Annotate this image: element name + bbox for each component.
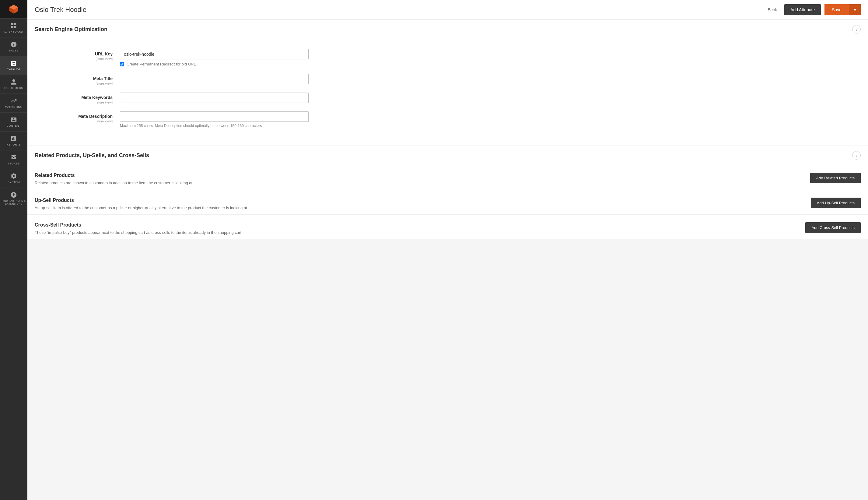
content-area: Search Engine Optimization ⇧ URL Key [st… [27, 20, 868, 500]
meta-keywords-input[interactable] [120, 93, 309, 103]
sidebar-item-system-label: SYSTEM [8, 181, 20, 184]
upsell-products-title: Up-Sell Products [35, 197, 248, 203]
crosssell-products-title: Cross-Sell Products [35, 222, 243, 228]
add-upsell-products-button[interactable]: Add Up-Sell Products [811, 197, 861, 208]
svg-rect-0 [11, 23, 13, 25]
logo [0, 0, 27, 18]
url-key-sublabel: [store view] [35, 57, 113, 60]
sidebar-item-reports[interactable]: REPORTS [0, 131, 27, 150]
meta-title-input[interactable] [120, 74, 309, 84]
sidebar-item-catalog-label: CATALOG [7, 68, 20, 71]
seo-collapse-button[interactable]: ⇧ [852, 25, 861, 34]
meta-description-label-group: Meta Description [store view] [35, 112, 120, 123]
svg-rect-1 [14, 23, 16, 25]
upsell-products-text: Up-Sell Products An up-sell item is offe… [35, 197, 248, 211]
meta-description-label: Meta Description [35, 114, 113, 119]
upsell-products-desc: An up-sell item is offered to the custom… [35, 205, 248, 211]
related-products-desc: Related products are shown to customers … [35, 180, 194, 186]
seo-panel-header: Search Engine Optimization ⇧ [27, 20, 868, 39]
sidebar-item-stores[interactable]: STORES [0, 150, 27, 169]
sidebar: DASHBOARD SALES CATALOG CUSTOMERS MARKET… [0, 0, 27, 500]
sidebar-item-stores-label: STORES [8, 162, 20, 165]
save-dropdown-button[interactable]: ▼ [849, 4, 861, 15]
chevron-up-icon-2: ⇧ [855, 153, 858, 158]
meta-keywords-row: Meta Keywords [store view] [35, 93, 861, 104]
meta-title-field [120, 74, 309, 84]
sidebar-item-marketing-label: MARKETING [5, 105, 23, 109]
sidebar-item-content-label: CONTENT [7, 124, 21, 128]
sidebar-item-dashboard[interactable]: DASHBOARD [0, 18, 27, 37]
url-key-label-group: URL Key [store view] [35, 49, 120, 60]
url-key-input[interactable] [120, 49, 309, 59]
back-arrow-icon: ← [762, 7, 766, 12]
save-button[interactable]: Save [824, 4, 849, 15]
url-key-row: URL Key [store view] Create Permanent Re… [35, 49, 861, 66]
url-key-field: Create Permanent Redirect for old URL [120, 49, 309, 66]
sidebar-item-partners-label: FIND PARTNERS & EXTENSIONS [1, 200, 26, 205]
seo-panel-title: Search Engine Optimization [35, 26, 107, 33]
add-attribute-button[interactable]: Add Attribute [784, 4, 821, 15]
url-key-label: URL Key [35, 52, 113, 56]
meta-keywords-label-group: Meta Keywords [store view] [35, 93, 120, 104]
meta-description-sublabel: [store view] [35, 120, 113, 123]
sidebar-item-sales[interactable]: SALES [0, 37, 27, 56]
related-panel: Related Products, Up-Sells, and Cross-Se… [27, 146, 868, 239]
crosssell-products-desc: These "impulse-buy" products appear next… [35, 230, 243, 236]
chevron-down-icon: ▼ [853, 7, 857, 12]
sidebar-item-marketing[interactable]: MARKETING [0, 93, 27, 112]
page-header: Oslo Trek Hoodie ← Back Add Attribute Sa… [27, 0, 868, 20]
related-panel-header: Related Products, Up-Sells, and Cross-Se… [27, 146, 868, 165]
back-button[interactable]: ← Back [758, 5, 781, 15]
header-actions: ← Back Add Attribute Save ▼ [758, 4, 861, 15]
chevron-up-icon: ⇧ [855, 27, 858, 32]
svg-rect-3 [14, 26, 16, 28]
page-title: Oslo Trek Hoodie [35, 6, 86, 14]
redirect-label: Create Permanent Redirect for old URL [127, 62, 196, 66]
sidebar-item-sales-label: SALES [9, 49, 19, 53]
seo-panel: Search Engine Optimization ⇧ URL Key [st… [27, 20, 868, 145]
related-products-title: Related Products [35, 173, 194, 178]
related-collapse-button[interactable]: ⇧ [852, 151, 861, 160]
related-panel-title: Related Products, Up-Sells, and Cross-Se… [35, 152, 149, 159]
add-crosssell-products-button[interactable]: Add Cross-Sell Products [805, 222, 861, 233]
redirect-checkbox[interactable] [120, 62, 124, 66]
meta-keywords-field [120, 93, 309, 103]
sidebar-item-customers[interactable]: CUSTOMERS [0, 75, 27, 93]
meta-title-label-group: Meta Title [store view] [35, 74, 120, 85]
upsell-products-header: Up-Sell Products An up-sell item is offe… [35, 197, 861, 211]
meta-title-sublabel: [store view] [35, 82, 113, 85]
meta-description-field: Maximum 255 chars. Meta Description shou… [120, 112, 309, 128]
related-products-section: Related Products Related products are sh… [27, 165, 868, 190]
sidebar-item-partners[interactable]: FIND PARTNERS & EXTENSIONS [0, 188, 27, 209]
meta-description-row: Meta Description [store view] Maximum 25… [35, 112, 861, 128]
seo-form: URL Key [store view] Create Permanent Re… [27, 39, 868, 145]
meta-title-row: Meta Title [store view] [35, 74, 861, 85]
save-button-group: Save ▼ [824, 4, 861, 15]
redirect-checkbox-row: Create Permanent Redirect for old URL [120, 62, 309, 66]
crosssell-products-section: Cross-Sell Products These "impulse-buy" … [27, 215, 868, 239]
crosssell-products-text: Cross-Sell Products These "impulse-buy" … [35, 222, 243, 236]
related-products-header: Related Products Related products are sh… [35, 173, 861, 186]
meta-description-hint: Maximum 255 chars. Meta Description shou… [120, 124, 309, 128]
meta-description-input[interactable] [120, 112, 309, 122]
sidebar-item-dashboard-label: DASHBOARD [4, 30, 23, 34]
sidebar-item-catalog[interactable]: CATALOG [0, 56, 27, 75]
meta-keywords-sublabel: [store view] [35, 101, 113, 104]
main-area: Oslo Trek Hoodie ← Back Add Attribute Sa… [27, 0, 868, 500]
sidebar-item-content[interactable]: CONTENT [0, 112, 27, 131]
add-related-products-button[interactable]: Add Related Products [810, 173, 861, 183]
crosssell-products-header: Cross-Sell Products These "impulse-buy" … [35, 222, 861, 236]
upsell-products-section: Up-Sell Products An up-sell item is offe… [27, 190, 868, 215]
meta-title-label: Meta Title [35, 76, 113, 81]
meta-keywords-label: Meta Keywords [35, 95, 113, 100]
sidebar-item-reports-label: REPORTS [7, 143, 21, 147]
svg-rect-2 [11, 26, 13, 28]
related-products-text: Related Products Related products are sh… [35, 173, 194, 186]
sidebar-item-customers-label: CUSTOMERS [4, 87, 23, 90]
sidebar-item-system[interactable]: SYSTEM [0, 169, 27, 188]
